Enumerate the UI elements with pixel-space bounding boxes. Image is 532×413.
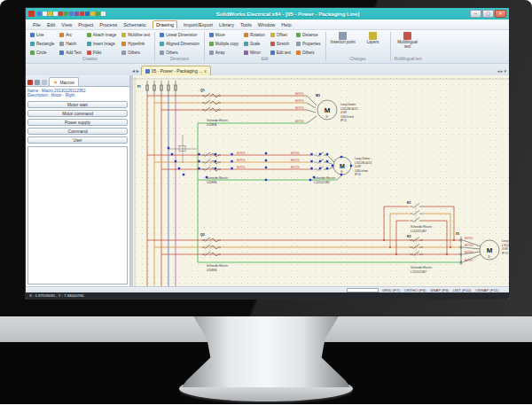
undo-icon[interactable] xyxy=(53,12,58,16)
linear-dimension-button[interactable]: Linear Dimension xyxy=(159,31,200,39)
tab-close-icon[interactable]: x xyxy=(204,68,207,74)
insertion-point-button[interactable]: Insertion point xyxy=(330,31,356,57)
title-bar: SolidWorks Electrical x64 - [05 - Power … xyxy=(26,8,509,19)
tab-scroll-controls[interactable]: ◂ ▸ ▾ xyxy=(497,68,506,74)
cable-label: H07V-K xyxy=(291,166,300,169)
multiple-copy-button[interactable]: Multiple copy xyxy=(208,40,239,48)
menu-edit[interactable]: Edit xyxy=(47,22,55,27)
refresh-icon[interactable] xyxy=(80,12,84,16)
menu-project[interactable]: Project xyxy=(78,22,93,27)
feeder-wires[interactable] xyxy=(147,95,198,286)
contactor-tag: K1 xyxy=(407,201,411,205)
schematic-canvas[interactable]: F1 xyxy=(133,75,509,286)
edit-others-button[interactable]: Others xyxy=(295,49,322,57)
menu-help[interactable]: Help xyxy=(281,22,291,27)
ortho-toggle[interactable]: ORTHO (F8) xyxy=(404,288,426,292)
stretch-button[interactable]: Stretch xyxy=(270,40,292,48)
document-tab[interactable]: 05 - Power - Packaging ... x xyxy=(141,66,211,75)
properties-button[interactable]: Properties xyxy=(295,40,322,48)
grid-toggle[interactable]: GRID (F7) xyxy=(382,288,400,292)
ribbon-group-creation: Line Rectangle Circle Arc Hatch Add Text… xyxy=(27,31,153,62)
open-icon[interactable] xyxy=(43,12,47,16)
group-motor-start[interactable]: Motor start xyxy=(27,101,128,108)
macros-toolbar: ★Macros xyxy=(26,75,129,86)
maximize-button[interactable]: ▢ xyxy=(482,10,494,18)
arc-button[interactable]: Arc xyxy=(59,31,82,39)
terminal-tag: X1 xyxy=(456,232,459,236)
contactor-tag: K2 xyxy=(407,235,411,238)
quick-access-toolbar[interactable] xyxy=(37,12,106,16)
motor-spec: Leroy Somer xyxy=(340,103,356,106)
cable-label: H07V-K xyxy=(295,92,304,96)
aligned-dimension-button[interactable]: Aligned Dimension xyxy=(159,40,200,48)
cable-label: H07V-K xyxy=(291,159,300,162)
creation-others-button[interactable]: Others xyxy=(121,49,151,57)
motor-spec: 4 kW xyxy=(355,165,361,168)
multiline-text-button[interactable]: Multiline text xyxy=(121,31,151,39)
motor-spec: IP 55 xyxy=(340,119,347,122)
layers-button[interactable]: Layers xyxy=(360,31,387,57)
menu-tools[interactable]: Tools xyxy=(240,22,252,27)
record-macro-icon[interactable] xyxy=(27,80,33,85)
insertion-point-icon xyxy=(339,32,347,40)
scale-button[interactable]: Scale xyxy=(243,40,266,48)
fillet-button[interactable]: Fillet xyxy=(86,49,118,57)
tool-icon[interactable] xyxy=(96,12,100,16)
group-label-changes: Changes xyxy=(330,57,387,62)
help-icon[interactable] xyxy=(90,12,95,16)
group-power-supply[interactable]: Power supply xyxy=(27,119,128,126)
rotation-button[interactable]: Rotation xyxy=(243,31,266,39)
array-button[interactable]: Array xyxy=(208,49,239,57)
line-button[interactable]: Line xyxy=(29,31,55,39)
menu-window[interactable]: Window xyxy=(258,22,276,27)
macros-tab[interactable]: ★Macros xyxy=(49,77,79,86)
insert-image-icon xyxy=(87,42,91,46)
motor-spec: 4 kW xyxy=(340,111,347,114)
folder-icon[interactable] xyxy=(35,80,40,85)
group-command[interactable]: Command xyxy=(27,128,128,135)
insert-image-button[interactable]: Insert Image xyxy=(86,40,118,48)
move-button[interactable]: Move xyxy=(208,31,239,39)
offset-button[interactable]: Offset xyxy=(270,31,292,39)
close-button[interactable]: ✕ xyxy=(495,10,506,18)
dimension-others-button[interactable]: Others xyxy=(159,49,200,57)
others-icon xyxy=(121,51,126,55)
group-user[interactable]: User xyxy=(27,136,128,144)
settings-icon[interactable] xyxy=(85,12,90,16)
fuse-symbols[interactable] xyxy=(146,81,176,95)
snap-toggle[interactable]: SNAP (F9) xyxy=(430,288,449,292)
hatch-button[interactable]: Hatch xyxy=(59,40,82,48)
menu-view[interactable]: View xyxy=(61,22,72,27)
menu-library[interactable]: Library xyxy=(219,22,234,27)
tab-nav-arrows[interactable]: ◂ ▸ xyxy=(132,67,139,74)
pan-icon[interactable] xyxy=(74,12,79,16)
save-icon[interactable] xyxy=(48,12,52,16)
command-input[interactable] xyxy=(347,288,379,292)
mirror-button[interactable]: Mirror xyxy=(243,49,266,57)
rectangle-button[interactable]: Rectangle xyxy=(29,40,55,48)
menu-file[interactable]: File xyxy=(33,22,41,27)
window-title: SolidWorks Electrical x64 - [05 - Power … xyxy=(106,12,470,17)
filter-icon[interactable] xyxy=(42,80,47,85)
menu-schematic[interactable]: Schematic xyxy=(123,22,146,27)
print-icon[interactable] xyxy=(64,12,68,16)
zoom-icon[interactable] xyxy=(69,12,74,16)
menu-import-export[interactable]: Import/Export xyxy=(184,22,213,27)
redo-icon[interactable] xyxy=(59,12,63,16)
attach-image-button[interactable]: Attach Image xyxy=(86,31,118,39)
circle-button[interactable]: Circle xyxy=(29,49,55,57)
distance-button[interactable]: Distance xyxy=(295,31,322,39)
multilingual-text-button[interactable]: Multilingual text xyxy=(395,31,421,57)
edit-text-button[interactable]: Edit text xyxy=(270,49,292,57)
group-motor-command[interactable]: Motor command xyxy=(27,110,128,117)
macro-list[interactable] xyxy=(27,146,128,284)
ribbon-separator xyxy=(325,32,326,61)
minimize-button[interactable]: – xyxy=(470,10,481,18)
menu-drawing[interactable]: Drawing xyxy=(153,20,177,28)
add-text-button[interactable]: Add Text xyxy=(59,49,82,57)
new-icon[interactable] xyxy=(37,12,42,16)
lwt-toggle[interactable]: LWT (F10) xyxy=(453,288,471,292)
menu-process[interactable]: Process xyxy=(99,22,117,27)
hyperlink-button[interactable]: Hyperlink xyxy=(121,40,151,48)
osnap-toggle[interactable]: OSNAP (F11) xyxy=(475,288,498,292)
